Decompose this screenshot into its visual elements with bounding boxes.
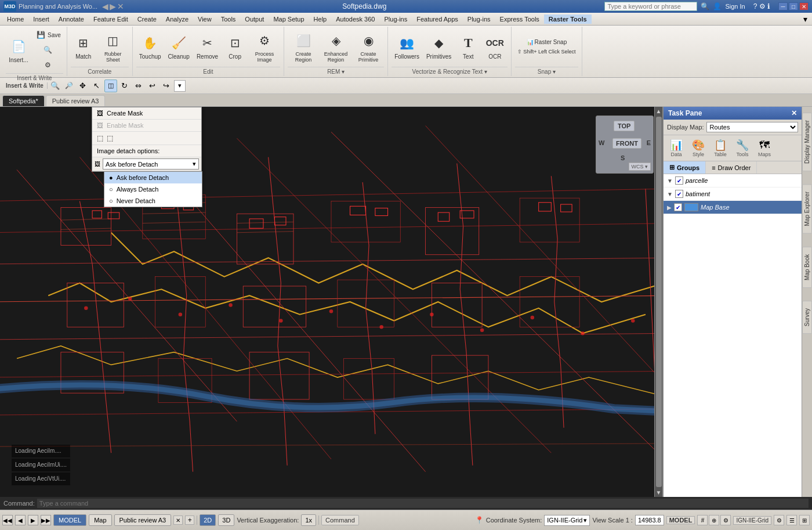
ocr-button[interactable]: OCR OCR (482, 32, 507, 62)
layer-expand-map-base[interactable]: ▶ (667, 204, 672, 211)
navigation-cube[interactable]: TOP W FRONT E S WCS ▾ (596, 116, 654, 174)
command-label-bottom[interactable]: Command (321, 515, 359, 525)
remove-button[interactable]: ✂ Remove (194, 32, 221, 62)
layer-check-parcelle[interactable]: ✔ (675, 176, 683, 185)
detach-option-ask[interactable]: ● Ask before Detach (104, 172, 202, 183)
layer-expand-parcelle[interactable]: ▼ (667, 178, 673, 184)
vertical-exaggeration-select[interactable]: 1x (301, 514, 316, 526)
status-gear-3[interactable]: ⊞ (799, 515, 810, 525)
menu-item-create[interactable]: Create (133, 15, 161, 24)
layer-item-parcelle[interactable]: ▼ ✔ parcelle (664, 174, 802, 188)
insert-button[interactable]: 📄 Insert... (6, 35, 31, 65)
settings-icon[interactable]: ⚙ (720, 515, 731, 525)
followers-button[interactable]: 👥 Followers (392, 32, 422, 62)
grid-icon[interactable]: # (697, 515, 708, 525)
add-tab-btn[interactable]: + (185, 515, 194, 525)
minimize-button[interactable]: ─ (778, 2, 788, 10)
create-mask-label[interactable]: Create Mask (107, 110, 143, 117)
view-scale-value[interactable]: 14983.8 (635, 515, 664, 525)
nav-last-button[interactable]: ▶▶ (41, 515, 51, 525)
menu-item-autodesk-360[interactable]: Autodesk 360 (331, 15, 379, 24)
scroll-down-button[interactable]: ▼ (655, 488, 662, 497)
doc-tab-public-review[interactable]: Public review A3 (46, 95, 106, 106)
detach-option-always[interactable]: ○ Always Detach (104, 183, 202, 195)
menu-item-feature-edit[interactable]: Feature Edit (89, 15, 133, 24)
shift-click-button[interactable]: ⇧ Shift+ Left Click Select (515, 48, 578, 56)
status-gear-2[interactable]: ☰ (786, 515, 797, 525)
nav-first-button[interactable]: ◀◀ (2, 515, 13, 525)
toolbar-options[interactable]: ▾ (801, 15, 810, 24)
close-layout-btn[interactable]: ✕ (173, 515, 183, 525)
menu-item-featured-apps[interactable]: Featured Apps (412, 15, 463, 24)
tb-mirror[interactable]: ⇔ (132, 80, 145, 92)
layer-item-map-base[interactable]: ▶ ✔ Map Base (664, 201, 802, 214)
create-region-button[interactable]: ⬜ Create Region (288, 30, 319, 64)
create-primitive-button[interactable]: ◉ Create Primitive (353, 30, 384, 64)
snap-icon[interactable]: ⊕ (709, 515, 719, 525)
model-tab-btn[interactable]: MODEL (53, 514, 86, 526)
layer-item-batiment[interactable]: ▼ ✔ batiment (664, 188, 802, 201)
tb-pan[interactable]: ✥ (77, 80, 89, 92)
nav-next-button[interactable]: ▶ (28, 515, 38, 525)
raster-snap-button[interactable]: 📊 Raster Snap (515, 38, 578, 46)
tab-draw-order[interactable]: ≡ Draw Order (706, 161, 757, 174)
detach-option-never[interactable]: ○ Never Detach (104, 195, 202, 207)
task-tool-tools[interactable]: 🔧 Tools (733, 139, 752, 157)
tb-dropdown[interactable]: ▾ (174, 80, 186, 92)
menu-item-view[interactable]: View (193, 15, 216, 24)
maximize-button[interactable]: □ (789, 2, 798, 10)
status-gear-1[interactable]: ⚙ (774, 515, 784, 525)
layer-check-batiment[interactable]: ✔ (675, 190, 683, 198)
options-button[interactable]: ⚙ (32, 58, 63, 72)
scroll-up-button[interactable]: ▲ (655, 107, 662, 116)
enhanced-region-button[interactable]: ◈ Enhanced Region (320, 30, 351, 64)
task-tool-data[interactable]: 📊 Data (667, 139, 686, 157)
menu-item-map-setup[interactable]: Map Setup (269, 15, 309, 24)
match-button[interactable]: ⊞ Match (71, 32, 96, 62)
menu-item-analyze[interactable]: Analyze (161, 15, 193, 24)
tb-zoom-in[interactable]: 🔍 (49, 80, 61, 92)
map-tab-btn[interactable]: Map (89, 514, 111, 526)
tb-zoom-out[interactable]: 🔎 (63, 80, 75, 92)
text-button[interactable]: T Text (455, 32, 481, 62)
save-button[interactable]: 💾 Save (32, 28, 63, 42)
tab-groups[interactable]: ⊞ Groups (664, 161, 706, 174)
menu-item-raster-tools[interactable]: Raster Tools (544, 15, 592, 24)
scroll-thumb[interactable] (656, 117, 662, 487)
menu-item-output[interactable]: Output (240, 15, 269, 24)
vertical-scrollbar[interactable]: ▲ ▼ (654, 107, 662, 497)
side-tab-map-explorer[interactable]: Map Explorer (802, 184, 812, 233)
menu-item-plug-ins-1[interactable]: Plug-ins (379, 15, 412, 24)
display-map-select[interactable]: Routes (706, 122, 798, 132)
coord-system-select[interactable]: IGN-IIE-Grid ▾ (544, 515, 590, 526)
layer-check-map-base[interactable]: ✔ (674, 203, 682, 211)
view-3d-btn[interactable]: 3D (218, 514, 234, 526)
detach-dropdown-select[interactable]: Ask before Detach ▾ (103, 158, 199, 170)
tb-select[interactable]: ↖ (90, 80, 103, 92)
public-review-tab-btn[interactable]: Public review A3 (114, 514, 172, 526)
close-button[interactable]: ✕ (799, 2, 809, 10)
menu-item-plug-ins-2[interactable]: Plug-ins (463, 15, 495, 24)
task-tool-style[interactable]: 🎨 Style (689, 139, 708, 157)
menu-item-help[interactable]: Help (309, 15, 332, 24)
sign-in-label[interactable]: Sign In (725, 3, 745, 10)
side-tab-survey[interactable]: Survey (802, 301, 812, 334)
crop-button[interactable]: ⊡ Crop (222, 32, 248, 62)
menu-item-home[interactable]: Home (2, 15, 28, 24)
tb-undo[interactable]: ↩ (146, 80, 159, 92)
doc-tab-softpedia[interactable]: Softpedia* (2, 95, 45, 106)
tb-rotate[interactable]: ↻ (118, 80, 131, 92)
search-input[interactable] (604, 2, 697, 11)
menu-item-insert[interactable]: Insert (28, 15, 54, 24)
zoom-in-button[interactable]: 🔍 (32, 43, 63, 57)
task-tool-table[interactable]: 📋 Table (711, 139, 730, 157)
touchup-button[interactable]: ✋ Touchup (136, 32, 164, 62)
menu-item-annotate[interactable]: Annotate (54, 15, 89, 24)
command-input[interactable] (37, 499, 809, 508)
task-tool-maps[interactable]: 🗺 Maps (755, 139, 774, 157)
layer-expand-batiment[interactable]: ▼ (667, 191, 673, 197)
tb-select-box[interactable]: ◫ (104, 80, 117, 92)
cleanup-button[interactable]: 🧹 Cleanup (165, 32, 193, 62)
process-image-button[interactable]: ⚙ Process Image (249, 30, 280, 64)
primitives-button[interactable]: ◆ Primitives (423, 32, 454, 62)
